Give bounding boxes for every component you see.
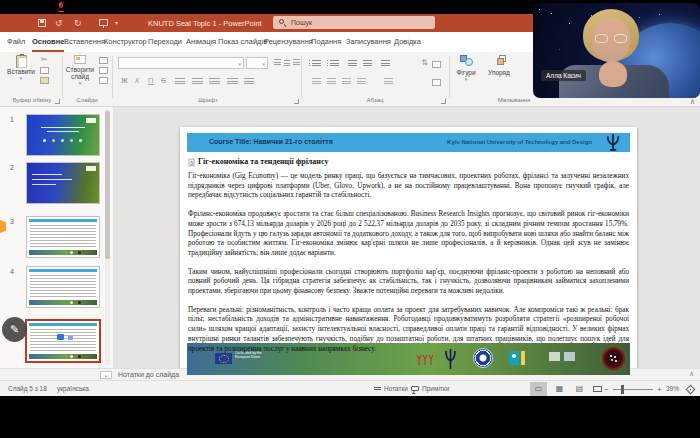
shrink-font-icon[interactable] xyxy=(284,60,290,67)
slide-header-bar: Course Title: Навички 21-го століття Kyi… xyxy=(187,133,630,152)
tab-home[interactable]: Основне xyxy=(32,32,64,52)
tab-help[interactable]: Довідка xyxy=(394,32,421,52)
numbering-icon[interactable] xyxy=(330,60,339,67)
scrollbar-thumb[interactable] xyxy=(105,111,110,259)
slide-thumbnail-1[interactable] xyxy=(27,115,99,155)
thumb-decoration xyxy=(29,219,97,222)
zoom-out-button[interactable]: − xyxy=(604,385,609,394)
language-indicator[interactable]: українська xyxy=(57,385,89,392)
slide-thumbnail-2[interactable] xyxy=(27,163,99,203)
line-spacing-icon[interactable] xyxy=(381,60,390,67)
arrange-button[interactable]: Упоряд xyxy=(484,55,514,76)
editor-area: 1 2 3 xyxy=(0,107,700,368)
collapse-ribbon-icon[interactable]: ∧ xyxy=(688,98,697,106)
bullets-icon[interactable] xyxy=(312,60,321,67)
zoom-slider[interactable] xyxy=(613,389,653,390)
decrease-indent-icon[interactable] xyxy=(348,60,357,67)
group-divider xyxy=(62,56,63,98)
font-name-select[interactable]: ▾ xyxy=(118,57,244,69)
character-spacing-icon[interactable] xyxy=(192,78,203,86)
grow-font-icon[interactable] xyxy=(274,59,281,67)
reset-slide-icon[interactable] xyxy=(99,67,108,74)
align-left-icon[interactable] xyxy=(312,78,321,85)
align-text-icon[interactable] xyxy=(432,79,441,86)
highlight-color-icon[interactable] xyxy=(227,78,238,86)
slide-layout-icon[interactable] xyxy=(99,57,108,64)
tab-transitions[interactable]: Переходи xyxy=(148,32,182,52)
slide-body-text[interactable]: Гіг-економіка (Gig Economy) — це модель … xyxy=(188,172,629,354)
tab-review[interactable]: Рецензування xyxy=(264,32,313,52)
thumbnail-scrollbar[interactable] xyxy=(105,109,110,365)
tab-slideshow[interactable]: Показ слайдів xyxy=(218,32,267,52)
participant-video[interactable]: Алла Касич xyxy=(533,3,700,98)
tab-file[interactable]: Файл xyxy=(7,32,25,52)
slide-sorter-view-button[interactable]: ▦ xyxy=(551,382,568,396)
search-input[interactable]: Пошук xyxy=(273,16,435,29)
convert-smartart-icon[interactable] xyxy=(432,61,441,68)
tab-animations[interactable]: Анімація xyxy=(186,32,216,52)
tab-recording[interactable]: Записування xyxy=(346,32,391,52)
slide-thumbnail-4[interactable] xyxy=(27,267,99,307)
align-center-icon[interactable] xyxy=(327,78,336,85)
arrange-icon xyxy=(493,55,505,66)
increase-indent-icon[interactable] xyxy=(363,60,372,67)
bold-button[interactable]: Ж xyxy=(121,76,128,85)
copy-icon[interactable] xyxy=(40,67,49,74)
clear-formatting-icon[interactable] xyxy=(293,59,300,67)
normal-view-button[interactable]: ▭ xyxy=(530,382,547,396)
comment-marker[interactable]: 3 xyxy=(189,159,195,167)
thumb-decoration xyxy=(29,300,97,305)
previous-slide-icon[interactable]: ∧ xyxy=(689,370,694,378)
comments-button[interactable]: Примітки xyxy=(422,385,449,392)
italic-button[interactable]: К xyxy=(135,76,139,85)
underline-button[interactable]: П xyxy=(148,76,153,85)
annotation-pencil-button[interactable]: ✎ xyxy=(2,317,27,342)
redo-icon[interactable]: ↻ xyxy=(74,18,82,28)
paste-button[interactable]: Вставити ▾ xyxy=(6,55,36,81)
section-icon[interactable] xyxy=(99,77,108,84)
clipboard-dialog-launcher-icon[interactable] xyxy=(55,99,60,104)
font-size-select[interactable]: ▾ xyxy=(246,57,268,69)
save-icon[interactable] xyxy=(38,19,46,27)
fit-to-window-icon[interactable] xyxy=(686,385,696,395)
tab-insert[interactable]: Вставлення xyxy=(64,32,105,52)
quick-access-caret-icon[interactable]: ▾ xyxy=(115,18,118,28)
zoom-percentage[interactable]: 39% xyxy=(666,385,679,392)
notes-toggle-button[interactable]: ⌄ xyxy=(100,371,112,379)
text-direction-icon[interactable]: ⇅ xyxy=(420,59,429,67)
cut-icon[interactable]: ✂ xyxy=(40,56,49,64)
paste-caret-icon: ▾ xyxy=(6,75,36,81)
slideshow-icon xyxy=(593,386,602,392)
shapes-button[interactable]: Фігури ▾ xyxy=(452,55,480,82)
thumb-number-2: 2 xyxy=(10,164,14,171)
start-slideshow-icon[interactable] xyxy=(99,19,108,26)
reading-view-button[interactable]: ▤ xyxy=(571,382,588,396)
new-slide-button[interactable]: Створити слайд ▾ xyxy=(64,55,96,86)
thumb-decoration xyxy=(30,329,96,351)
notes-button[interactable]: Нотатки xyxy=(384,385,408,392)
zoom-in-button[interactable]: + xyxy=(657,385,662,394)
slide-number-indicator[interactable]: Слайд 5 з 18 xyxy=(8,385,47,392)
format-painter-icon[interactable] xyxy=(40,77,49,84)
notes-label[interactable]: Нотатки до слайда xyxy=(118,371,179,378)
change-case-icon[interactable] xyxy=(209,78,220,86)
text-shadow-icon[interactable] xyxy=(175,78,185,86)
shapes-label: Фігури xyxy=(452,69,480,76)
slide-thumbnail-3[interactable] xyxy=(27,217,99,257)
tab-view[interactable]: Подання xyxy=(311,32,341,52)
thumb-decoration xyxy=(32,174,62,175)
columns-icon[interactable] xyxy=(384,78,393,85)
paragraph-dialog-launcher-icon[interactable] xyxy=(441,99,446,104)
tab-design[interactable]: Конструктор xyxy=(104,32,147,52)
status-bar: Слайд 5 з 18 українська Нотатки Примітки… xyxy=(0,380,700,396)
undo-icon[interactable]: ↺ xyxy=(55,18,63,28)
strikethrough-button[interactable]: S xyxy=(161,76,166,85)
font-dialog-launcher-icon[interactable] xyxy=(294,99,299,104)
slide-canvas[interactable]: Course Title: Навички 21-го століття Kyi… xyxy=(180,127,637,381)
slide-thumbnail-5-selected[interactable] xyxy=(27,321,99,361)
font-color-icon[interactable] xyxy=(244,78,254,86)
align-right-icon[interactable] xyxy=(342,78,351,85)
zoom-slider-thumb[interactable] xyxy=(621,385,624,394)
justify-icon[interactable] xyxy=(357,78,366,85)
mic-muted-icon[interactable] xyxy=(56,2,66,12)
